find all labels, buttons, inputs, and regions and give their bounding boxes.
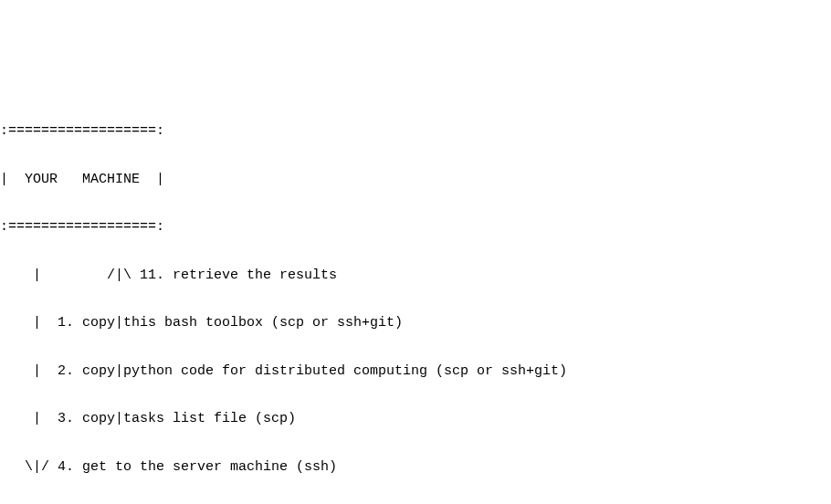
diagram-line: \|/ 4. get to the server machine (ssh) — [0, 456, 831, 479]
diagram-line: | /|\ 11. retrieve the results — [0, 264, 831, 288]
diagram-line: | 2. copy|python code for distributed co… — [0, 360, 831, 383]
diagram-line: :==================: — [0, 215, 831, 239]
diagram-line: | 3. copy|tasks list file (scp) — [0, 407, 831, 431]
ascii-diagram: :==================: | YOUR MACHINE | :=… — [0, 96, 831, 504]
diagram-line: :==================: — [0, 120, 831, 143]
diagram-line: | YOUR MACHINE | — [0, 168, 831, 192]
diagram-line: | 1. copy|this bash toolbox (scp or ssh+… — [0, 311, 831, 335]
